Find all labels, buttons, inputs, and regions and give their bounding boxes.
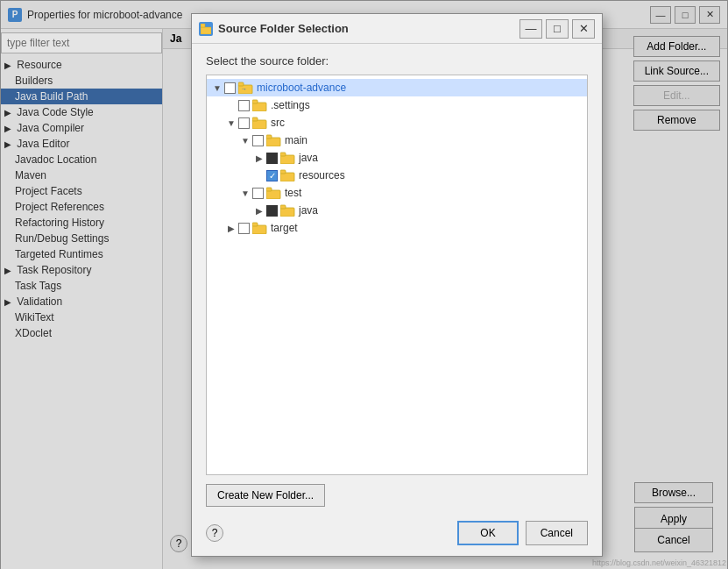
svg-text:→: → [241,86,247,92]
expand-icon[interactable]: ▼ [224,116,238,130]
svg-rect-7 [252,120,266,129]
dialog-titlebar: Source Folder Selection — □ ✕ [192,14,602,44]
tree-checkbox[interactable] [266,153,278,164]
tree-item-label: test [285,187,301,199]
expand-icon[interactable]: ▶ [252,203,266,217]
dialog-close-button[interactable]: ✕ [572,19,595,39]
tree-item-label: resources [299,169,345,181]
tree-item[interactable]: ▶ java [207,149,587,167]
tree-item-label: java [299,204,318,217]
dialog-instruction: Select the source folder: [206,54,588,68]
tree-checkbox[interactable]: ✓ [266,170,278,181]
dialog-title: Source Folder Selection [218,22,519,35]
folder-icon [252,222,268,234]
svg-rect-10 [266,135,272,139]
tree-item-label: src [271,117,285,129]
dialog-controls: — □ ✕ [519,19,595,39]
folder-icon [280,169,296,181]
folder-icon [266,134,282,146]
tree-checkbox[interactable] [266,205,278,217]
source-folder-dialog: Source Folder Selection — □ ✕ Select the… [191,13,603,557]
tree-item-label: main [285,134,307,146]
tree-item-label: java [299,152,318,164]
svg-rect-19 [252,225,266,234]
svg-rect-17 [280,208,294,217]
dialog-icon [199,22,213,36]
dialog-footer-buttons: OK Cancel [457,521,588,545]
tree-item[interactable]: ▼ main [207,132,587,149]
folder-icon [252,117,268,129]
expand-icon[interactable]: ▶ [252,151,266,165]
create-folder-button[interactable]: Create New Folder... [206,484,325,507]
tree-container[interactable]: ▼ → microboot-advance ▶ [206,75,588,475]
watermark: https://blog.csdn.net/weixin_46321812 [590,557,728,569]
folder-icon [280,204,296,217]
svg-rect-8 [252,117,258,121]
tree-checkbox[interactable] [224,82,236,94]
dialog-footer: ? OK Cancel [206,514,588,545]
dialog-help-icon[interactable]: ? [206,524,223,542]
svg-rect-11 [280,155,294,164]
folder-icon: → [238,82,254,94]
tree-checkbox[interactable] [238,223,250,234]
svg-rect-0 [201,27,211,34]
tree-item-label: microboot-advance [257,82,346,94]
expand-icon[interactable]: ▼ [238,133,252,147]
tree-item[interactable]: ▶ target [207,219,587,237]
svg-rect-16 [266,188,272,191]
tree-item[interactable]: ▼ src [207,114,587,132]
tree-checkbox[interactable] [238,117,250,129]
tree-item[interactable]: ▼ test [207,184,587,202]
tree-checkbox[interactable] [252,135,264,146]
dialog-body: Select the source folder: ▼ → microboot-… [192,44,602,556]
svg-rect-18 [280,205,286,209]
dialog-minimize-button[interactable]: — [519,19,542,39]
svg-rect-12 [280,153,286,156]
svg-rect-5 [252,103,266,111]
dialog-cancel-button[interactable]: Cancel [526,521,588,545]
expand-icon[interactable]: ▶ [224,221,238,235]
expand-icon[interactable]: ▼ [238,186,252,200]
dialog-maximize-button[interactable]: □ [546,19,569,39]
svg-rect-14 [280,170,286,174]
svg-rect-6 [252,100,258,103]
tree-checkbox[interactable] [238,100,250,111]
folder-icon [252,99,268,111]
svg-rect-13 [280,173,294,181]
tree-item[interactable]: ▶ java [207,202,587,219]
tree-item[interactable]: ▶ ✓ resources [207,167,587,184]
tree-checkbox[interactable] [252,188,264,199]
tree-item-label: target [271,222,298,234]
folder-icon [266,187,282,199]
svg-rect-15 [266,190,280,199]
svg-rect-20 [252,223,258,226]
folder-icon [280,152,296,164]
svg-rect-1 [201,24,205,27]
expand-icon[interactable]: ▼ [210,81,224,95]
dialog-overlay: Source Folder Selection — □ ✕ Select the… [0,0,728,569]
tree-item-label: .settings [271,99,310,111]
svg-rect-9 [266,138,280,146]
tree-item[interactable]: ▼ → microboot-advance [207,79,587,96]
ok-button[interactable]: OK [457,521,518,545]
tree-item[interactable]: ▶ .settings [207,96,587,114]
